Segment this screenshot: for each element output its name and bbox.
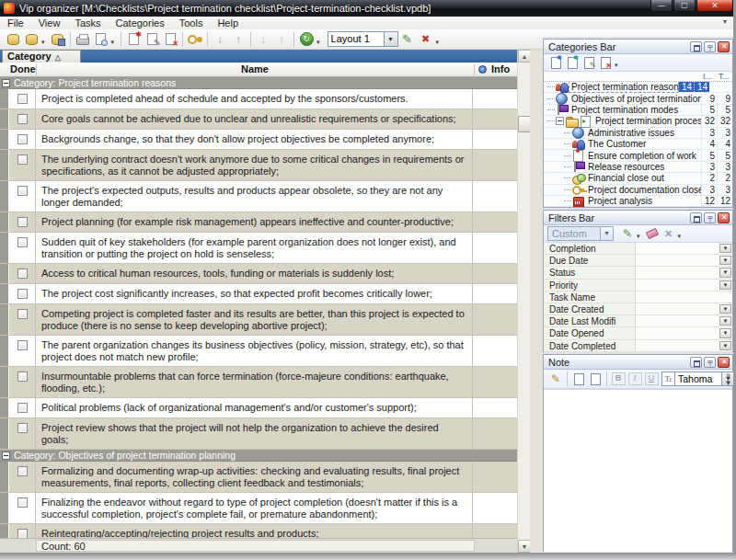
- tree-collapse-icon[interactable]: [556, 117, 564, 125]
- print-note-icon[interactable]: [587, 371, 604, 386]
- menu-item[interactable]: Tools: [172, 17, 211, 29]
- filter-row[interactable]: Priority ▼: [544, 280, 732, 291]
- task-name-cell[interactable]: Project is completed ahead of schedule a…: [36, 89, 473, 109]
- task-checkbox[interactable]: [17, 497, 28, 508]
- task-row[interactable]: Project planning (for example risk manag…: [0, 212, 517, 233]
- dropdown-caret-icon[interactable]: ▾: [436, 39, 440, 46]
- filter-row[interactable]: Date Opened ▼: [544, 327, 732, 339]
- tree-item[interactable]: Release resources 3 3: [544, 162, 732, 173]
- category-row[interactable]: Category: Project termination reasons: [0, 77, 517, 89]
- scroll-down-icon[interactable]: ▼: [518, 540, 531, 553]
- task-name-cell[interactable]: The project's expected outputs, results …: [36, 181, 473, 211]
- save-database-icon[interactable]: [49, 31, 67, 48]
- filter-dropdown-icon[interactable]: ▼: [719, 316, 731, 326]
- new-category-icon[interactable]: [547, 55, 564, 70]
- task-checkbox[interactable]: [17, 114, 28, 124]
- panel-restore-icon[interactable]: [690, 41, 702, 52]
- task-checkbox[interactable]: [17, 289, 28, 299]
- panel-pin-icon[interactable]: [704, 212, 716, 223]
- task-row[interactable]: Reintegrating/accepting/rejecting projec…: [0, 524, 517, 538]
- edit-layout-icon[interactable]: [398, 31, 417, 48]
- preview-note-icon[interactable]: [570, 371, 587, 386]
- task-name-cell[interactable]: Project planning (for example risk manag…: [36, 212, 473, 232]
- delete-filter-icon[interactable]: [661, 226, 677, 241]
- filter-value-field[interactable]: [636, 243, 719, 254]
- task-row[interactable]: Formalizing and documenting wrap-up acti…: [0, 462, 517, 493]
- menu-item[interactable]: View: [31, 17, 68, 29]
- task-row[interactable]: Project review shows that the project wi…: [0, 418, 517, 450]
- menu-item[interactable]: Help: [210, 17, 246, 29]
- layout-dropdown-icon[interactable]: ▼: [385, 31, 398, 47]
- tree-column-2[interactable]: T...: [719, 72, 730, 81]
- edit-task-icon[interactable]: [143, 31, 161, 48]
- note-content[interactable]: [544, 389, 732, 552]
- tree-item[interactable]: Financial close out 2 2: [544, 173, 732, 184]
- font-selector[interactable]: Tr Tahoma ▼: [661, 371, 735, 386]
- panel-close-icon[interactable]: [718, 41, 730, 52]
- task-checkbox[interactable]: [17, 466, 28, 476]
- task-checkbox[interactable]: [17, 134, 28, 144]
- tree-item[interactable]: Project termination reasons 14 14: [544, 82, 732, 93]
- filter-row[interactable]: Date Completed ▼: [544, 340, 732, 352]
- task-checkbox[interactable]: [17, 269, 28, 279]
- task-row[interactable]: Political problems (lack of organization…: [0, 398, 517, 418]
- column-header-name[interactable]: Name: [36, 63, 474, 74]
- task-checkbox[interactable]: [17, 94, 28, 104]
- filter-row[interactable]: Completion ▼: [544, 243, 732, 255]
- expand-all-icon[interactable]: [254, 31, 272, 48]
- filter-preset-selector[interactable]: Custom ▼: [547, 226, 614, 241]
- filter-row[interactable]: Date Last Modifi ▼: [544, 315, 732, 327]
- scroll-up-icon[interactable]: ▲: [518, 50, 531, 63]
- task-checkbox[interactable]: [17, 340, 28, 350]
- filter-dropdown-icon[interactable]: ▼: [719, 280, 731, 290]
- tree-item[interactable]: The Customer 4 4: [544, 139, 732, 150]
- filter-value-field[interactable]: [636, 291, 732, 303]
- menu-overflow-icon[interactable]: ▾: [723, 17, 727, 26]
- task-name-cell[interactable]: Formalizing and documenting wrap-up acti…: [36, 462, 473, 492]
- font-selector-value[interactable]: Tahoma: [674, 371, 722, 386]
- grid-vertical-scrollbar[interactable]: ▲ ▼: [517, 50, 530, 553]
- filter-value-field[interactable]: [636, 315, 719, 326]
- panel-pin-icon[interactable]: [704, 41, 716, 52]
- delete-task-icon[interactable]: [161, 31, 179, 48]
- refresh-icon[interactable]: [297, 31, 316, 48]
- task-row[interactable]: The underlying contract doesn't work any…: [0, 150, 517, 181]
- task-name-cell[interactable]: Access to critical human resources, tool…: [36, 264, 473, 283]
- task-checkbox[interactable]: [17, 154, 28, 165]
- filter-dropdown-icon[interactable]: ▼: [719, 256, 731, 265]
- filter-preset-value[interactable]: Custom: [547, 226, 601, 241]
- print-preview-icon[interactable]: [92, 31, 110, 48]
- task-checkbox[interactable]: [17, 423, 28, 433]
- edit-filter-icon[interactable]: [619, 226, 636, 241]
- tree-item[interactable]: Objectives of project termination planni…: [544, 93, 732, 104]
- tree-item[interactable]: Ensure completion of work 5 5: [544, 150, 732, 161]
- collapse-category-icon[interactable]: [2, 79, 10, 87]
- minimize-button[interactable]: —: [650, 0, 673, 12]
- tree-item[interactable]: Project termination process 32 32: [544, 116, 732, 127]
- menu-item[interactable]: File: [0, 17, 31, 29]
- filter-dropdown-icon[interactable]: ▼: [719, 304, 731, 314]
- dropdown-caret-icon[interactable]: ▾: [41, 39, 45, 46]
- panel-restore-icon[interactable]: [690, 357, 702, 368]
- task-row[interactable]: The project cost significantly increases…: [0, 284, 517, 304]
- filter-row[interactable]: Task Name: [544, 291, 732, 303]
- tree-column-1[interactable]: I...: [703, 72, 712, 81]
- panel-restore-icon[interactable]: [690, 212, 702, 223]
- task-name-cell[interactable]: The project cost significantly increases…: [36, 284, 473, 303]
- task-checkbox[interactable]: [17, 186, 28, 196]
- task-name-cell[interactable]: Reintegrating/accepting/rejecting projec…: [36, 524, 473, 538]
- task-name-cell[interactable]: Political problems (lack of organization…: [36, 398, 473, 417]
- scrollbar-thumb[interactable]: [518, 116, 531, 132]
- task-name-cell[interactable]: The underlying contract doesn't work any…: [36, 150, 473, 180]
- filter-preset-dropdown-icon[interactable]: ▼: [601, 226, 614, 241]
- task-row[interactable]: Access to critical human resources, tool…: [0, 264, 517, 284]
- add-task-icon[interactable]: [124, 31, 143, 48]
- dropdown-caret-icon[interactable]: ▾: [111, 39, 115, 46]
- italic-icon[interactable]: [627, 371, 643, 386]
- column-header-info[interactable]: Info: [491, 63, 510, 74]
- task-row[interactable]: Core goals cannot be achieved due to unc…: [0, 109, 517, 130]
- task-name-cell[interactable]: Competing project is completed faster an…: [36, 304, 473, 335]
- maximize-button[interactable]: ▢: [673, 0, 696, 12]
- task-checkbox[interactable]: [17, 403, 28, 413]
- filter-value-field[interactable]: [636, 327, 719, 338]
